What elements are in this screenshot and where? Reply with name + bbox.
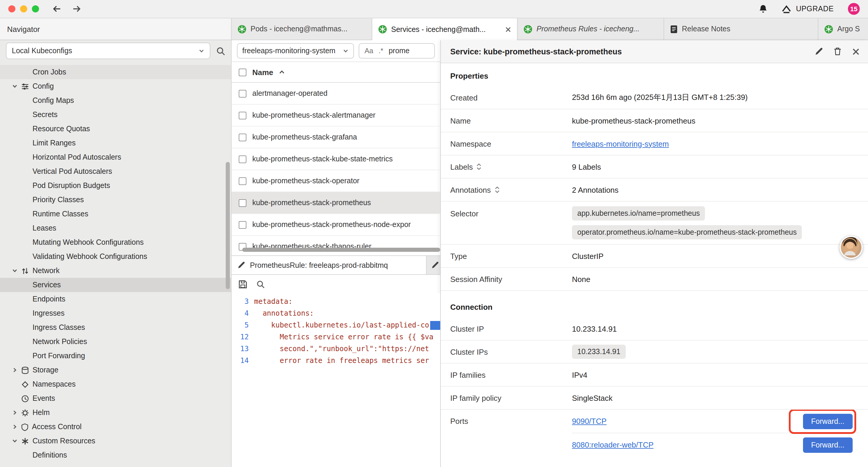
sidebar-item-ingress-classes[interactable]: Ingress Classes (0, 320, 231, 334)
avatar[interactable] (840, 236, 863, 259)
row-checkbox[interactable] (239, 221, 246, 229)
port-link[interactable]: 9090/TCP (572, 417, 607, 426)
namespace-selector[interactable]: freeleaps-monitoring-system (237, 43, 354, 59)
table-row-selected[interactable]: kube-prometheus-stack-prometheus (231, 192, 440, 214)
table-row[interactable]: kube-prometheus-stack-operator (231, 170, 440, 192)
table-row[interactable]: kube-prometheus-stack-kube-state-metrics (231, 148, 440, 170)
sidebar-item-validating-webhook-configurations[interactable]: Validating Webhook Configurations (0, 250, 231, 264)
row-checkbox[interactable] (239, 177, 246, 185)
port-link[interactable]: 8080:reloader-web/TCP (572, 440, 653, 449)
ip-families-row: IP families IPv4 (441, 363, 868, 387)
trash-icon[interactable] (834, 47, 841, 56)
sidebar-item-services[interactable]: Services (0, 278, 231, 292)
namespace-link[interactable]: freeleaps-monitoring-system (572, 139, 669, 148)
row-checkbox[interactable] (239, 111, 246, 119)
name-row: Name kube-prometheus-stack-prometheus (441, 109, 868, 133)
row-checkbox[interactable] (239, 90, 246, 97)
upgrade-button[interactable]: UPGRADE (782, 4, 834, 13)
sidebar-item-access-control[interactable]: Access Control (0, 420, 231, 434)
sidebar-item-definitions[interactable]: Definitions (0, 448, 231, 462)
dock-tab-partial[interactable] (427, 256, 440, 274)
table-row[interactable]: alertmanager-operated (231, 83, 440, 105)
navigator-panel-tab[interactable]: Navigator (0, 18, 231, 39)
sidebar-item-cron-jobs[interactable]: Cron Jobs (0, 65, 231, 79)
expand-toggle-icon[interactable] (494, 186, 500, 193)
tab-pods[interactable]: Pods - icecheng@mathmas... (231, 18, 372, 39)
labels-count[interactable]: 9 Labels (572, 162, 859, 171)
table-row[interactable]: kube-prometheus-stack-thanos-ruler (231, 236, 440, 255)
annotations-count[interactable]: 2 Annotations (572, 185, 859, 194)
edit-icon[interactable] (815, 47, 823, 56)
namespaces-icon (21, 380, 29, 388)
sidebar-item-events[interactable]: Events (0, 391, 231, 406)
search-input[interactable]: Aa .* prome (359, 43, 435, 59)
horizontal-scrollbar[interactable] (242, 248, 440, 252)
editor-content: metadata: annotations: kubectl.kubernete… (254, 296, 440, 467)
ip-families-value: IPv4 (572, 370, 859, 379)
forward-button[interactable]: Forward... (803, 413, 852, 429)
sidebar-item-network[interactable]: Network (0, 264, 231, 278)
dock-tab-bar: PrometheusRule: freeleaps-prod-rabbitmq (231, 255, 440, 275)
tab-prometheus-rules[interactable]: Prometheus Rules - icecheng... (518, 18, 664, 39)
sort-ascending-icon[interactable] (279, 70, 285, 75)
chevron-down-icon (12, 83, 18, 89)
sidebar-scrollbar[interactable] (226, 162, 230, 289)
close-drawer-icon[interactable] (852, 48, 860, 55)
zoom-window-button[interactable] (32, 5, 39, 12)
tab-argo[interactable]: Argo S (818, 18, 868, 39)
close-window-button[interactable] (8, 5, 16, 12)
sidebar-item-storage[interactable]: Storage (0, 363, 231, 377)
sidebar-item-config[interactable]: Config (0, 79, 231, 93)
sidebar-item-secrets[interactable]: Secrets (0, 108, 231, 122)
sliders-icon (21, 83, 29, 90)
forward-button[interactable] (72, 5, 82, 13)
table-row[interactable]: kube-prometheus-stack-alertmanager (231, 105, 440, 126)
regex-toggle[interactable]: .* (378, 47, 383, 55)
ip-family-policy-row: IP family policy SingleStack (441, 387, 868, 410)
sidebar-item-runtime-classes[interactable]: Runtime Classes (0, 207, 231, 221)
sidebar-item-endpoints[interactable]: Endpoints (0, 292, 231, 306)
tab-services[interactable]: Services - icecheng@math... (372, 18, 518, 40)
expand-toggle-icon[interactable] (476, 163, 482, 170)
sidebar-item-vertical-pod-autoscalers[interactable]: Vertical Pod Autoscalers (0, 164, 231, 178)
yaml-editor[interactable]: 3 4 5 12 13 14 metadata: annotations: ku… (231, 293, 440, 467)
notifications-bell-icon[interactable] (759, 4, 768, 13)
sidebar-item-horizontal-pod-autoscalers[interactable]: Horizontal Pod Autoscalers (0, 150, 231, 164)
sidebar-item-port-forwarding[interactable]: Port Forwarding (0, 349, 231, 363)
table-row[interactable]: kube-prometheus-stack-prometheus-node-ex… (231, 214, 440, 236)
back-button[interactable] (52, 5, 61, 13)
row-checkbox[interactable] (239, 199, 246, 207)
notification-count-badge[interactable]: 15 (848, 3, 860, 15)
service-details-drawer: Service: kube-prometheus-stack-prometheu… (440, 40, 868, 467)
match-case-toggle[interactable]: Aa (365, 47, 373, 55)
sidebar-item-priority-classes[interactable]: Priority Classes (0, 193, 231, 207)
sidebar-item-namespaces[interactable]: Namespaces (0, 377, 231, 391)
save-icon[interactable] (239, 280, 247, 288)
forward-button[interactable]: Forward... (803, 437, 852, 453)
editor-search-icon[interactable] (256, 280, 265, 288)
sidebar-item-resource-quotas[interactable]: Resource Quotas (0, 122, 231, 136)
table-row[interactable]: kube-prometheus-stack-grafana (231, 126, 440, 148)
kubeconfig-selector[interactable]: Local Kubeconfigs (6, 42, 210, 59)
sidebar-item-ingresses[interactable]: Ingresses (0, 306, 231, 320)
tab-release-notes[interactable]: Release Notes (664, 18, 818, 39)
cluster-ip-row: Cluster IP 10.233.14.91 (441, 317, 868, 341)
session-affinity-row: Session Affinity None (441, 268, 868, 291)
sidebar-item-pod-disruption-budgets[interactable]: Pod Disruption Budgets (0, 178, 231, 193)
minimize-window-button[interactable] (20, 5, 27, 12)
sidebar-item-limit-ranges[interactable]: Limit Ranges (0, 136, 231, 150)
sidebar-item-custom-resources[interactable]: Custom Resources (0, 434, 231, 448)
sidebar-item-network-policies[interactable]: Network Policies (0, 334, 231, 349)
row-checkbox[interactable] (239, 155, 246, 163)
sidebar-item-config-maps[interactable]: Config Maps (0, 93, 231, 108)
close-tab-icon[interactable] (505, 26, 511, 32)
cluster-ip-value: 10.233.14.91 (572, 324, 859, 333)
select-all-checkbox[interactable] (239, 68, 246, 76)
sidebar-item-helm[interactable]: Helm (0, 406, 231, 420)
row-checkbox[interactable] (239, 133, 246, 141)
dock-tab-prometheusrule[interactable]: PrometheusRule: freeleaps-prod-rabbitmq (231, 256, 427, 274)
sidebar-item-mutating-webhook-configurations[interactable]: Mutating Webhook Configurations (0, 235, 231, 250)
name-column-header[interactable]: Name (252, 68, 273, 77)
sidebar-item-leases[interactable]: Leases (0, 221, 231, 235)
sidebar-search-icon[interactable] (216, 47, 225, 55)
